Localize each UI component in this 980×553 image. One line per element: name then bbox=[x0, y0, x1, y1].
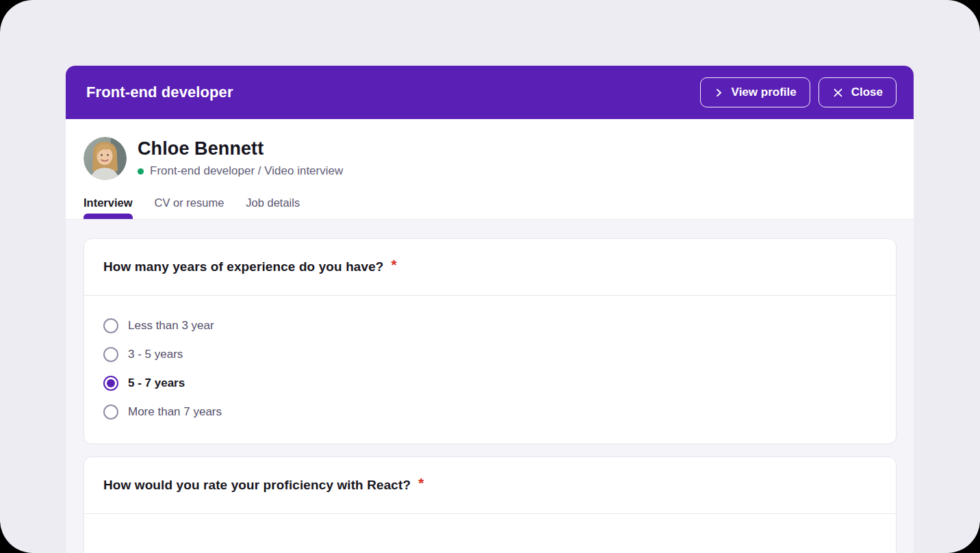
view-profile-button[interactable]: View profile bbox=[700, 77, 810, 107]
question-head: How would you rate your proficiency with… bbox=[84, 457, 896, 514]
question-body bbox=[84, 514, 896, 553]
candidate-name: Chloe Bennett bbox=[138, 138, 343, 159]
status-dot-icon bbox=[138, 168, 144, 175]
candidate-status-text: Front-end developer / Video interview bbox=[150, 164, 343, 178]
view-profile-label: View profile bbox=[732, 86, 797, 99]
question-card-experience: How many years of experience do you have… bbox=[83, 238, 897, 444]
radio-icon bbox=[103, 318, 118, 333]
radio-option-more-than-7-years[interactable]: More than 7 years bbox=[103, 398, 877, 426]
close-icon bbox=[832, 87, 844, 99]
tab-interview[interactable]: Interview bbox=[83, 196, 133, 219]
interview-content: How many years of experience do you have… bbox=[66, 220, 914, 553]
page-background: Front-end developer View profile bbox=[0, 0, 980, 553]
question-card-react-proficiency: How would you rate your proficiency with… bbox=[83, 456, 897, 553]
radio-option-less-than-3-year[interactable]: Less than 3 year bbox=[103, 311, 877, 340]
radio-option-5-7-years[interactable]: 5 - 7 years bbox=[103, 369, 877, 398]
tab-cv-or-resume[interactable]: CV or resume bbox=[155, 196, 224, 219]
tab-bar: Interview CV or resume Job details bbox=[83, 196, 893, 219]
radio-option-3-5-years[interactable]: 3 - 5 years bbox=[103, 340, 877, 369]
question-title: How many years of experience do you have… bbox=[103, 259, 384, 274]
option-label: 5 - 7 years bbox=[128, 376, 185, 390]
required-asterisk-icon: * bbox=[391, 257, 397, 273]
close-label: Close bbox=[851, 86, 883, 99]
candidate-section: Chloe Bennett Front-end developer / Vide… bbox=[66, 119, 914, 220]
question-title: How would you rate your proficiency with… bbox=[103, 478, 411, 493]
options-group: Less than 3 year 3 - 5 years 5 - 7 years… bbox=[84, 296, 896, 443]
tab-job-details[interactable]: Job details bbox=[246, 196, 300, 219]
modal-title: Front-end developer bbox=[86, 83, 233, 101]
option-label: More than 7 years bbox=[128, 405, 222, 419]
required-asterisk-icon: * bbox=[418, 475, 424, 491]
candidate-interview-modal: Front-end developer View profile bbox=[66, 66, 914, 553]
header-actions: View profile Close bbox=[700, 77, 897, 107]
option-label: 3 - 5 years bbox=[128, 348, 183, 361]
avatar bbox=[83, 137, 127, 180]
close-button[interactable]: Close bbox=[818, 77, 897, 107]
chevron-right-icon bbox=[714, 88, 724, 98]
radio-icon bbox=[103, 347, 118, 362]
option-label: Less than 3 year bbox=[128, 319, 214, 333]
radio-icon bbox=[103, 404, 118, 420]
candidate-status: Front-end developer / Video interview bbox=[138, 164, 343, 178]
question-head: How many years of experience do you have… bbox=[84, 239, 896, 296]
radio-icon bbox=[103, 376, 118, 391]
modal-header: Front-end developer View profile bbox=[66, 66, 914, 119]
candidate-info: Chloe Bennett Front-end developer / Vide… bbox=[138, 137, 343, 178]
